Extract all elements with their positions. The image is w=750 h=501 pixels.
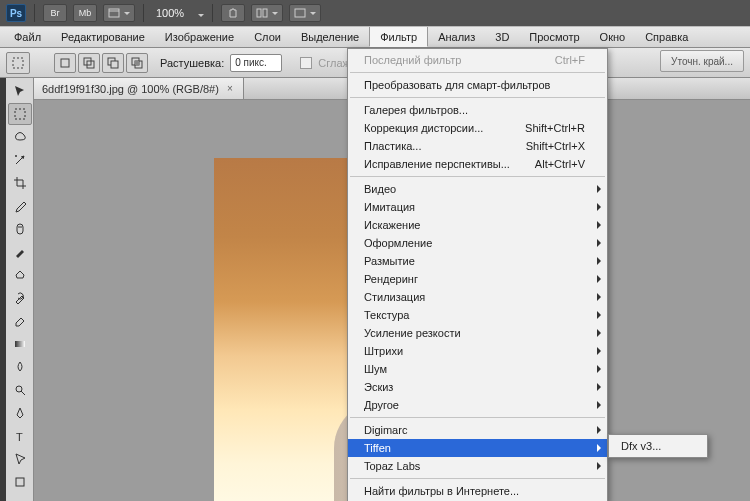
- menu-item-label: Эскиз: [364, 381, 393, 393]
- menu-item-label: Имитация: [364, 201, 415, 213]
- menu-item-label: Dfx v3...: [621, 440, 661, 452]
- lasso-tool[interactable]: [8, 126, 32, 148]
- menu-item-video[interactable]: Видео: [348, 180, 607, 198]
- menu-item-tiffen[interactable]: Tiffen: [348, 439, 607, 457]
- menu-item-distort[interactable]: Искажение: [348, 216, 607, 234]
- menu-item-label: Исправление перспективы...: [364, 158, 510, 170]
- chevron-right-icon: [597, 426, 601, 434]
- menu-item-sketch[interactable]: Эскиз: [348, 378, 607, 396]
- chevron-right-icon: [597, 365, 601, 373]
- chevron-right-icon: [597, 239, 601, 247]
- menu-shortcut: Shift+Ctrl+X: [526, 140, 585, 152]
- document-tab[interactable]: 6ddf19f91f30.jpg @ 100% (RGB/8#) ×: [34, 78, 244, 99]
- arrange-documents-button[interactable]: [251, 4, 283, 22]
- zoom-dropdown-icon[interactable]: [194, 7, 204, 19]
- current-tool-preset[interactable]: [6, 52, 30, 74]
- chevron-right-icon: [597, 401, 601, 409]
- gradient-tool[interactable]: [8, 333, 32, 355]
- menu-item-render[interactable]: Рендеринг: [348, 270, 607, 288]
- menu-item-brushstrokes[interactable]: Штрихи: [348, 342, 607, 360]
- chevron-right-icon: [597, 383, 601, 391]
- chevron-right-icon: [597, 462, 601, 470]
- menu-item-label: Tiffen: [364, 442, 391, 454]
- chevron-right-icon: [597, 329, 601, 337]
- selection-new-button[interactable]: [54, 53, 76, 73]
- menu-item-sharpen[interactable]: Усиление резкости: [348, 324, 607, 342]
- dodge-tool[interactable]: [8, 379, 32, 401]
- blur-tool[interactable]: [8, 356, 32, 378]
- menu-item-label: Стилизация: [364, 291, 425, 303]
- minibridge-button[interactable]: Mb: [73, 4, 97, 22]
- refine-edge-button[interactable]: Уточн. край...: [660, 50, 744, 72]
- menu-layers[interactable]: Слои: [244, 27, 291, 47]
- menu-item-texture[interactable]: Текстура: [348, 306, 607, 324]
- menu-item-vanishing-point[interactable]: Исправление перспективы...Alt+Ctrl+V: [348, 155, 607, 173]
- menu-item-lens-correction[interactable]: Коррекция дисторсии...Shift+Ctrl+R: [348, 119, 607, 137]
- type-tool[interactable]: T: [8, 425, 32, 447]
- menu-file[interactable]: Файл: [4, 27, 51, 47]
- menu-item-last-filter[interactable]: Последний фильтр Ctrl+F: [348, 51, 607, 69]
- brush-tool[interactable]: [8, 241, 32, 263]
- menu-item-pixelate[interactable]: Оформление: [348, 234, 607, 252]
- menu-edit[interactable]: Редактирование: [51, 27, 155, 47]
- hand-tool-shortcut[interactable]: [221, 4, 245, 22]
- selection-mode-group: [54, 53, 148, 73]
- menu-item-label: Размытие: [364, 255, 415, 267]
- svg-line-20: [21, 391, 25, 395]
- menu-item-label: Шум: [364, 363, 387, 375]
- eyedropper-tool[interactable]: [8, 195, 32, 217]
- clone-stamp-tool[interactable]: [8, 264, 32, 286]
- svg-rect-2: [257, 9, 261, 17]
- menu-item-digimarc[interactable]: Digimarc: [348, 421, 607, 439]
- selection-intersect-button[interactable]: [126, 53, 148, 73]
- screen-mode-button[interactable]: [289, 4, 321, 22]
- menu-item-blur[interactable]: Размытие: [348, 252, 607, 270]
- crop-tool[interactable]: [8, 172, 32, 194]
- healing-brush-tool[interactable]: [8, 218, 32, 240]
- menu-item-artistic[interactable]: Имитация: [348, 198, 607, 216]
- menu-item-label: Digimarc: [364, 424, 407, 436]
- selection-subtract-button[interactable]: [102, 53, 124, 73]
- type-icon: T: [12, 428, 28, 444]
- menu-item-other[interactable]: Другое: [348, 396, 607, 414]
- bridge-button[interactable]: Br: [43, 4, 67, 22]
- close-icon[interactable]: ×: [225, 84, 235, 94]
- submenu-item-dfx[interactable]: Dfx v3...: [609, 437, 707, 455]
- selection-add-button[interactable]: [78, 53, 100, 73]
- view-extras-button[interactable]: [103, 4, 135, 22]
- svg-rect-22: [16, 478, 24, 486]
- menu-item-convert-smart[interactable]: Преобразовать для смарт-фильтров: [348, 76, 607, 94]
- marquee-tool[interactable]: [8, 103, 32, 125]
- zoom-level-label[interactable]: 100%: [152, 7, 188, 19]
- menu-help[interactable]: Справка: [635, 27, 698, 47]
- svg-rect-10: [111, 61, 118, 68]
- menu-analysis[interactable]: Анализ: [428, 27, 485, 47]
- menu-item-topaz[interactable]: Topaz Labs: [348, 457, 607, 475]
- shape-tool[interactable]: [8, 471, 32, 493]
- smoothing-checkbox[interactable]: [300, 57, 312, 69]
- svg-point-15: [15, 155, 17, 157]
- move-tool[interactable]: [8, 80, 32, 102]
- menu-filter[interactable]: Фильтр: [369, 27, 428, 47]
- eraser-tool[interactable]: [8, 310, 32, 332]
- menu-window[interactable]: Окно: [590, 27, 636, 47]
- menu-select[interactable]: Выделение: [291, 27, 369, 47]
- menu-view[interactable]: Просмотр: [519, 27, 589, 47]
- history-brush-tool[interactable]: [8, 287, 32, 309]
- menu-item-browse-filters[interactable]: Найти фильтры в Интернете...: [348, 482, 607, 500]
- menu-3d[interactable]: 3D: [485, 27, 519, 47]
- menu-item-stylize[interactable]: Стилизация: [348, 288, 607, 306]
- menu-item-label: Усиление резкости: [364, 327, 461, 339]
- pen-tool[interactable]: [8, 402, 32, 424]
- menu-image[interactable]: Изображение: [155, 27, 244, 47]
- svg-rect-16: [17, 224, 23, 234]
- chevron-right-icon: [597, 444, 601, 452]
- menu-item-noise[interactable]: Шум: [348, 360, 607, 378]
- svg-rect-18: [15, 341, 25, 347]
- ps-logo: Ps: [6, 4, 26, 22]
- menu-item-filter-gallery[interactable]: Галерея фильтров...: [348, 101, 607, 119]
- path-selection-tool[interactable]: [8, 448, 32, 470]
- feather-input[interactable]: 0 пикс.: [230, 54, 282, 72]
- menu-item-liquify[interactable]: Пластика...Shift+Ctrl+X: [348, 137, 607, 155]
- magic-wand-tool[interactable]: [8, 149, 32, 171]
